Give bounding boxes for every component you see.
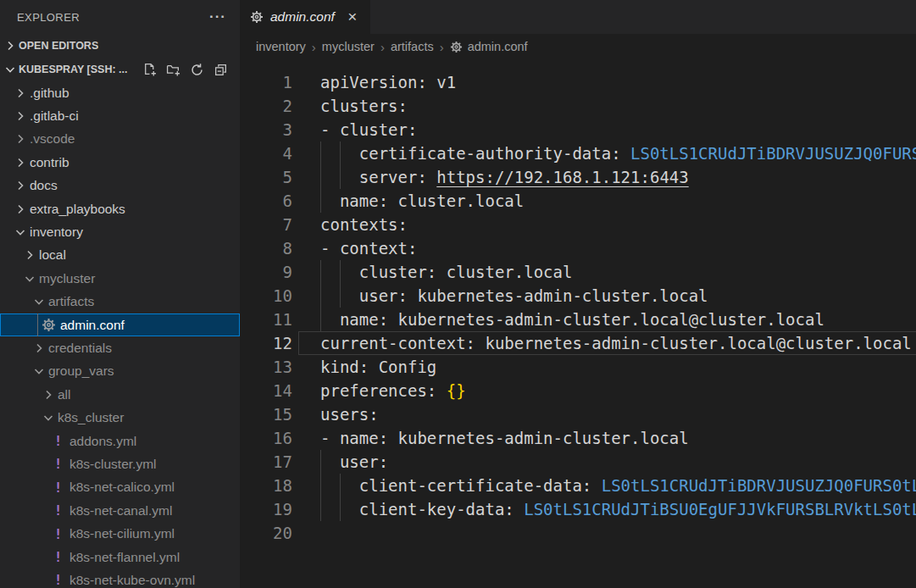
tree-item-k8s-cluster[interactable]: k8s_cluster (0, 406, 240, 429)
code-line-8[interactable]: 8- context: (240, 236, 916, 260)
tree-item-extra-playbooks[interactable]: extra_playbooks (0, 197, 240, 220)
line-number: 15 (240, 402, 320, 426)
code-line-6[interactable]: 6 name: cluster.local (240, 189, 916, 213)
indent-guide (340, 165, 341, 189)
code-line-2[interactable]: 2clusters: (240, 94, 916, 118)
new-file-icon[interactable] (142, 63, 157, 77)
tree-item-label: k8s-net-kube-ovn.yml (69, 573, 195, 588)
tree-item-label: credentials (48, 341, 112, 356)
explorer-sidebar: EXPLORER ··· OPEN EDITORS KUBESPRAY [SSH… (0, 0, 240, 588)
tree-item-addons-yml[interactable]: !addons.yml (0, 430, 240, 452)
open-editors-header[interactable]: OPEN EDITORS (0, 34, 240, 58)
indent-guide (320, 450, 321, 474)
code-token: name: cluster.local (320, 191, 524, 210)
tab-admin-conf[interactable]: admin.conf × (240, 0, 370, 34)
code-line-16[interactable]: 16- name: kubernetes-admin-cluster.local (240, 426, 916, 450)
code-line-10[interactable]: 10 user: kubernetes-admin-cluster.local (240, 284, 916, 308)
code-line-5[interactable]: 5 server: https://192.168.1.121:6443 (240, 165, 916, 189)
tab-label: admin.conf (270, 9, 335, 25)
new-folder-icon[interactable] (166, 63, 180, 77)
code-token: apiVersion: v1 (320, 73, 456, 92)
refresh-icon[interactable] (190, 63, 204, 77)
line-content: - context: (320, 236, 417, 260)
tree-item-label: all (58, 387, 71, 402)
tree-item-k8s-net-canal-yml[interactable]: !k8s-net-canal.yml (0, 499, 240, 522)
line-content: - name: kubernetes-admin-cluster.local (320, 426, 689, 450)
yaml-icon: ! (51, 573, 65, 587)
code-line-1[interactable]: 1apiVersion: v1 (240, 70, 916, 94)
breadcrumb-file-label: admin.conf (468, 40, 528, 53)
code-line-15[interactable]: 15users: (240, 402, 916, 426)
tree-item-k8s-net-cilium-yml[interactable]: !k8s-net-cilium.yml (0, 522, 240, 545)
tab-bar: admin.conf × (240, 0, 916, 34)
yaml-icon: ! (51, 480, 65, 495)
tree-item-k8s-net-kube-ovn-yml[interactable]: !k8s-net-kube-ovn.yml (0, 569, 240, 588)
tree-item--gitlab-ci[interactable]: .gitlab-ci (0, 104, 240, 127)
workspace-section-header[interactable]: KUBESPRAY [SSH: ... (0, 58, 240, 81)
explorer-header: EXPLORER ··· (0, 0, 240, 34)
code-token: - context: (320, 239, 417, 258)
code-line-11[interactable]: 11 name: kubernetes-admin-cluster.local@… (240, 308, 916, 331)
code-line-4[interactable]: 4 certificate-authority-data: LS0tLS1CRU… (240, 141, 916, 165)
close-icon[interactable]: × (345, 10, 360, 24)
tree-item-label: artifacts (48, 294, 94, 309)
line-number: 4 (240, 141, 320, 165)
tree-item-group-vars[interactable]: group_vars (0, 360, 240, 383)
tree-item-docs[interactable]: docs (0, 175, 240, 197)
tree-item-label: contrib (30, 155, 69, 170)
tree-item--github[interactable]: .github (0, 81, 240, 104)
collapse-all-icon[interactable] (214, 63, 228, 77)
line-content: name: cluster.local (320, 189, 524, 213)
tree-item-k8s-cluster-yml[interactable]: !k8s-cluster.yml (0, 452, 240, 475)
code-line-14[interactable]: 14preferences: {} (240, 379, 916, 402)
code-line-13[interactable]: 13kind: Config (240, 355, 916, 379)
code-token: current-context: kubernetes-admin-cluste… (320, 334, 912, 352)
tree-item-k8s-net-calico-yml[interactable]: !k8s-net-calico.yml (0, 476, 240, 499)
tree-item--vscode[interactable]: .vscode (0, 128, 240, 151)
tree-item-label: .vscode (30, 131, 75, 147)
code-editor[interactable]: 1apiVersion: v12clusters:3- cluster:4 ce… (240, 59, 916, 588)
code-line-9[interactable]: 9 cluster: cluster.local (240, 260, 916, 284)
more-actions-icon[interactable]: ··· (209, 13, 226, 21)
code-token: user: (320, 452, 388, 471)
tree-item-credentials[interactable]: credentials (0, 336, 240, 359)
code-line-17[interactable]: 17 user: (240, 450, 916, 474)
indent-guide (340, 284, 341, 308)
line-content: current-context: kubernetes-admin-cluste… (320, 331, 912, 355)
line-content: user: (320, 450, 388, 474)
line-content: - cluster: (320, 118, 417, 141)
indent-guide (320, 284, 321, 308)
yaml-icon: ! (51, 503, 65, 518)
tree-item-k8s-net-flannel-yml[interactable]: !k8s-net-flannel.yml (0, 546, 240, 569)
line-number: 13 (240, 355, 320, 379)
code-line-3[interactable]: 3- cluster: (240, 118, 916, 141)
breadcrumb-item-mycluster[interactable]: mycluster (322, 40, 375, 53)
breadcrumb-item-artifacts[interactable]: artifacts (391, 40, 434, 53)
code-token: user: kubernetes-admin-cluster.local (320, 286, 708, 305)
tree-item-artifacts[interactable]: artifacts (0, 291, 240, 313)
open-editors-label: OPEN EDITORS (19, 40, 98, 52)
tree-item-all[interactable]: all (0, 383, 240, 406)
tree-indent-guide (37, 313, 38, 336)
chevron-right-icon (23, 248, 36, 262)
line-number: 18 (240, 474, 320, 497)
line-number: 5 (240, 165, 320, 189)
tree-item-inventory[interactable]: inventory (0, 220, 240, 243)
tree-item-contrib[interactable]: contrib (0, 151, 240, 174)
breadcrumb-item-inventory[interactable]: inventory (256, 40, 306, 53)
tree-item-mycluster[interactable]: mycluster (0, 267, 240, 290)
line-content: users: (320, 402, 379, 426)
explorer-title: EXPLORER (17, 11, 80, 24)
code-line-20[interactable]: 20 (240, 521, 916, 545)
code-line-19[interactable]: 19 client-key-data: LS0tLS1CRUdJTiBSU0Eg… (240, 497, 916, 521)
code-line-12[interactable]: 12current-context: kubernetes-admin-clus… (240, 331, 916, 355)
tree-item-admin-conf[interactable]: admin.conf (0, 313, 240, 336)
tree-item-label: local (39, 247, 66, 263)
code-line-18[interactable]: 18 client-certificate-data: LS0tLS1CRUdJ… (240, 474, 916, 497)
breadcrumb-item-admin-conf[interactable]: admin.conf (450, 40, 528, 53)
server-url-link[interactable]: https://192.168.1.121:6443 (436, 168, 688, 186)
line-number: 14 (240, 379, 320, 402)
tree-item-local[interactable]: local (0, 244, 240, 267)
code-line-7[interactable]: 7contexts: (240, 213, 916, 236)
code-token: contexts: (320, 215, 408, 234)
